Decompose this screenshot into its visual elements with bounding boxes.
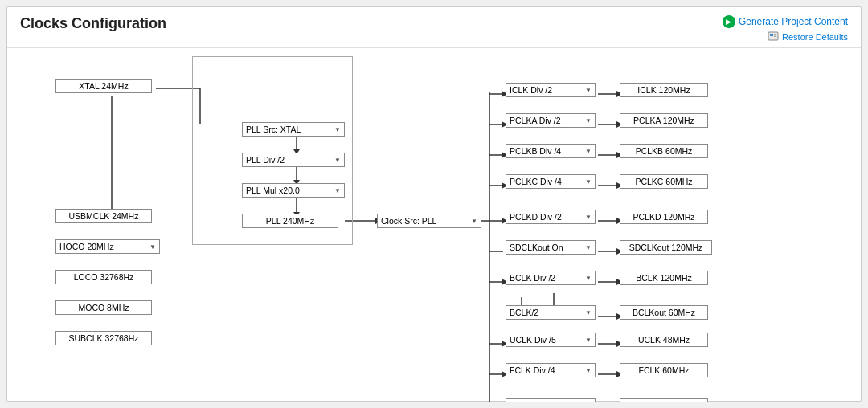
pclkd-div-label: PCLKD Div /2 xyxy=(510,212,562,222)
uclk-div-arrow: ▼ xyxy=(585,337,592,344)
pclkb-out-node: PCLKB 60MHz xyxy=(620,144,708,158)
clkout-out-node: CLKOUT 0Hz xyxy=(620,398,708,402)
pclkc-div-label: PCLKC Div /4 xyxy=(510,177,562,186)
svg-rect-3 xyxy=(774,36,776,38)
svg-rect-2 xyxy=(774,34,776,35)
sdclk-out-node[interactable]: SDCLKout On ▼ xyxy=(506,240,596,255)
xtal-node: XTAL 24MHz xyxy=(55,79,152,93)
hoco-node[interactable]: HOCO 20MHz ▼ xyxy=(55,239,160,254)
clkout-div-node[interactable]: CLKOUT Div /1 ▼ xyxy=(506,398,596,402)
pclkc-out-node: PCLKC 60MHz xyxy=(620,174,708,189)
bclk2-node[interactable]: BCLK/2 ▼ xyxy=(506,305,596,320)
generate-icon: ▶ xyxy=(723,15,735,28)
page-title: Clocks Configuration xyxy=(20,15,166,32)
clk-src-label: Clock Src: PLL xyxy=(381,216,436,226)
sdclk-out-val-node: SDCLKout 120MHz xyxy=(620,240,712,255)
header: Clocks Configuration ▶ Generate Project … xyxy=(7,7,861,48)
bclk-div-arrow: ▼ xyxy=(585,275,592,282)
subclk-node: SUBCLK 32768Hz xyxy=(55,331,152,345)
fclk-div-arrow: ▼ xyxy=(585,367,592,374)
fclk-div-label: FCLK Div /4 xyxy=(510,365,555,375)
generate-button[interactable]: ▶ Generate Project Content xyxy=(723,15,848,28)
clk-src-arrow: ▼ xyxy=(471,218,477,225)
generate-label: Generate Project Content xyxy=(739,16,848,27)
pll-src-label: PLL Src: XTAL xyxy=(246,124,301,134)
clkout-div-label: CLKOUT Div /1 xyxy=(510,401,567,402)
svg-rect-1 xyxy=(770,34,773,36)
pll-div-node[interactable]: PLL Div /2 ▼ xyxy=(242,153,345,167)
iclk-div-arrow: ▼ xyxy=(585,87,592,94)
pclka-div-node[interactable]: PCLKA Div /2 ▼ xyxy=(506,113,596,128)
bclkout-node: BCLKout 60MHz xyxy=(620,305,708,320)
pll-div-label: PLL Div /2 xyxy=(246,155,285,165)
restore-label: Restore Defaults xyxy=(782,32,848,42)
sdclk-out-label: SDCLKout On xyxy=(510,243,563,252)
uclk-out-node: UCLK 48MHz xyxy=(620,333,708,347)
pclkd-div-node[interactable]: PCLKD Div /2 ▼ xyxy=(506,210,596,224)
iclk-div-label: ICLK Div /2 xyxy=(510,85,552,95)
pclka-out-node: PCLKA 120MHz xyxy=(620,113,708,128)
pclkb-div-node[interactable]: PCLKB Div /4 ▼ xyxy=(506,144,596,158)
bclk-div-label: BCLK Div /2 xyxy=(510,273,555,283)
loco-node: LOCO 32768Hz xyxy=(55,270,152,284)
pll-mul-arrow: ▼ xyxy=(334,187,341,194)
fclk-out-node: FCLK 60MHz xyxy=(620,363,708,377)
pll-out-node: PLL 240MHz xyxy=(242,214,338,228)
hoco-label: HOCO 20MHz xyxy=(59,242,114,251)
pll-mul-node[interactable]: PLL Mul x20.0 ▼ xyxy=(242,183,345,198)
bclk2-arrow: ▼ xyxy=(585,309,592,316)
pclkb-div-label: PCLKB Div /4 xyxy=(510,146,561,156)
restore-icon xyxy=(768,31,779,43)
pclka-div-label: PCLKA Div /2 xyxy=(510,116,561,125)
usbmclk-node: USBMCLK 24MHz xyxy=(55,209,152,223)
bclk-out-node: BCLK 120MHz xyxy=(620,271,708,285)
diagram-area: XTAL 24MHz USBMCLK 24MHz HOCO 20MHz ▼ LO… xyxy=(7,48,861,402)
iclk-div-node[interactable]: ICLK Div /2 ▼ xyxy=(506,83,596,97)
main-container: Clocks Configuration ▶ Generate Project … xyxy=(6,6,862,402)
pclkd-out-node: PCLKD 120MHz xyxy=(620,210,708,224)
fclk-div-node[interactable]: FCLK Div /4 ▼ xyxy=(506,363,596,377)
iclk-out-node: ICLK 120MHz xyxy=(620,83,708,97)
pll-src-node[interactable]: PLL Src: XTAL ▼ xyxy=(242,122,345,137)
pll-div-arrow: ▼ xyxy=(334,157,341,164)
uclk-div-node[interactable]: UCLK Div /5 ▼ xyxy=(506,333,596,347)
sdclk-out-arrow: ▼ xyxy=(585,244,592,251)
bclk2-label: BCLK/2 xyxy=(510,308,538,317)
pclkc-div-node[interactable]: PCLKC Div /4 ▼ xyxy=(506,174,596,189)
pclkc-div-arrow: ▼ xyxy=(585,178,592,186)
header-actions: ▶ Generate Project Content Restore Defau… xyxy=(723,15,848,43)
pll-mul-label: PLL Mul x20.0 xyxy=(246,186,300,195)
pclkd-div-arrow: ▼ xyxy=(585,214,592,221)
bclk-div-node[interactable]: BCLK Div /2 ▼ xyxy=(506,271,596,285)
uclk-div-label: UCLK Div /5 xyxy=(510,335,556,345)
pll-src-arrow: ▼ xyxy=(334,126,341,133)
restore-button[interactable]: Restore Defaults xyxy=(768,31,848,43)
moco-node: MOCO 8MHz xyxy=(55,300,152,315)
clk-src-node[interactable]: Clock Src: PLL ▼ xyxy=(377,214,481,228)
hoco-arrow: ▼ xyxy=(149,243,156,251)
pclka-div-arrow: ▼ xyxy=(585,117,592,124)
pclkb-div-arrow: ▼ xyxy=(585,148,592,155)
